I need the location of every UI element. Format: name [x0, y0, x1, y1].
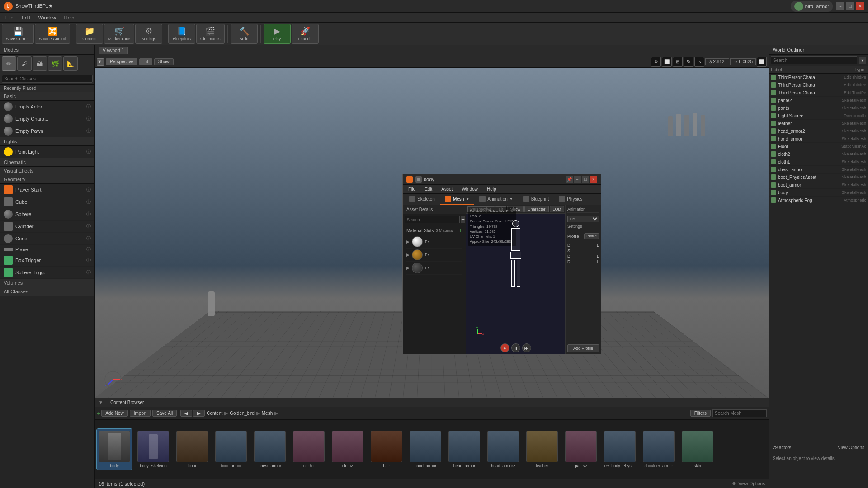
- outliner-row[interactable]: boot_PhysicsAsset SkeletalMesh: [769, 174, 868, 181]
- mode-foliage[interactable]: 🌿: [48, 56, 62, 71]
- outliner-search-input[interactable]: [771, 56, 857, 64]
- player-start-info[interactable]: ⓘ: [86, 187, 91, 193]
- category-geometry[interactable]: Geometry: [0, 175, 94, 184]
- blueprints-button[interactable]: 📘 Blueprints: [168, 24, 195, 44]
- category-volumes[interactable]: Volumes: [0, 279, 94, 287]
- mode-geometry[interactable]: 📐: [63, 56, 78, 71]
- tab-skeleton[interactable]: Skeleton: [405, 194, 439, 205]
- mode-paint[interactable]: 🖌: [17, 56, 32, 71]
- outliner-row[interactable]: leather SkeletalMesh: [769, 120, 868, 127]
- scale-snap-icon[interactable]: ⤡: [694, 57, 704, 67]
- menu-edit[interactable]: Edit: [18, 14, 34, 21]
- body-menu-edit[interactable]: Edit: [421, 186, 436, 192]
- asset-shoulder-armor[interactable]: shoulder_armor: [641, 429, 676, 470]
- add-new-button[interactable]: Add New: [101, 410, 128, 417]
- minimize-button[interactable]: −: [836, 2, 844, 10]
- list-item[interactable]: Cube ⓘ: [0, 196, 94, 208]
- outliner-filter-button[interactable]: ▼: [859, 57, 866, 64]
- category-basic[interactable]: Basic: [0, 92, 94, 101]
- plane-info[interactable]: ⓘ: [86, 246, 91, 253]
- asset-head-armor[interactable]: head_armor: [447, 429, 482, 470]
- viewport-tab[interactable]: Viewport 1: [99, 47, 128, 54]
- outliner-row[interactable]: cloth1 SkeletalMesh: [769, 158, 868, 166]
- asset-search-input[interactable]: [405, 216, 460, 223]
- empty-actor-info[interactable]: ⓘ: [86, 103, 91, 110]
- mode-place[interactable]: ✏: [2, 56, 16, 71]
- outliner-row[interactable]: hand_armor SkeletalMesh: [769, 135, 868, 143]
- path-golden-bird[interactable]: Golden_bird: [230, 411, 254, 416]
- empty-pawn-info[interactable]: ⓘ: [86, 128, 91, 134]
- source-control-button[interactable]: 🔀 Source Control: [35, 24, 70, 44]
- category-cinematic[interactable]: Cinematic: [0, 158, 94, 167]
- bv-character-button[interactable]: Character: [524, 206, 549, 212]
- body-menu-asset[interactable]: Asset: [438, 186, 456, 192]
- skip-button[interactable]: ⏭: [522, 343, 531, 352]
- body-maximize-button[interactable]: □: [582, 176, 589, 183]
- animation-dropdown[interactable]: De: [567, 216, 599, 222]
- cylinder-info[interactable]: ⓘ: [86, 223, 91, 230]
- view-options-link[interactable]: View Options: [838, 445, 864, 450]
- category-lights[interactable]: Lights: [0, 137, 94, 146]
- perspective-button[interactable]: Perspective: [106, 58, 137, 65]
- outliner-row[interactable]: boot_armor SkeletalMesh: [769, 181, 868, 189]
- content-button[interactable]: 📁 Content: [76, 24, 103, 44]
- list-item[interactable]: Empty Actor ⓘ: [0, 101, 94, 113]
- cube-info[interactable]: ⓘ: [86, 199, 91, 205]
- asset-chest-armor[interactable]: chest_armor: [252, 429, 288, 470]
- body-menu-file[interactable]: File: [405, 186, 419, 192]
- asset-pa-body[interactable]: PA_body_PhysicsAsset: [602, 429, 637, 470]
- point-light-info[interactable]: ⓘ: [86, 149, 91, 155]
- outliner-row[interactable]: ThirdPersonChara Edit ThirdPe: [769, 74, 868, 81]
- bv-lod-button[interactable]: LOD: [550, 206, 565, 212]
- cone-info[interactable]: ⓘ: [86, 235, 91, 242]
- marketplace-button[interactable]: 🛒 Marketplace: [104, 24, 134, 44]
- menu-file[interactable]: File: [2, 14, 17, 21]
- category-all-classes[interactable]: All Classes: [0, 287, 94, 296]
- outliner-row[interactable]: chest_armor SkeletalMesh: [769, 166, 868, 174]
- empty-char-info[interactable]: ⓘ: [86, 116, 91, 122]
- sphere-info[interactable]: ⓘ: [86, 211, 91, 217]
- forward-button[interactable]: ▶: [193, 410, 205, 417]
- maximize-button[interactable]: □: [846, 2, 854, 10]
- asset-head-armor2[interactable]: head_armor2: [486, 429, 521, 470]
- list-item[interactable]: Player Start ⓘ: [0, 184, 94, 196]
- mesh-tab-dropdown[interactable]: ▼: [466, 197, 469, 201]
- outliner-row[interactable]: pants SkeletalMesh: [769, 104, 868, 112]
- import-button[interactable]: Import: [130, 410, 151, 417]
- outliner-row[interactable]: Atmospheric Fog Atmospheric: [769, 197, 868, 204]
- outliner-row[interactable]: body SkeletalMesh: [769, 189, 868, 197]
- save-all-button[interactable]: Save All: [152, 410, 177, 417]
- view-options-button[interactable]: View Options: [738, 481, 765, 486]
- lit-button[interactable]: Lit: [139, 58, 152, 65]
- asset-skirt[interactable]: skirt: [680, 429, 715, 470]
- search-mesh-input[interactable]: [712, 409, 767, 417]
- asset-pants2[interactable]: pants2: [563, 429, 599, 470]
- tab-mesh[interactable]: Mesh ▼: [440, 194, 474, 205]
- build-button[interactable]: 🔨 Build: [231, 24, 258, 44]
- body-menu-help[interactable]: Help: [483, 186, 500, 192]
- cinematics-button[interactable]: 🎬 Cinematics: [196, 24, 225, 44]
- save-current-button[interactable]: 💾 Save Current: [2, 24, 34, 44]
- add-material-button[interactable]: +: [459, 227, 462, 234]
- camera-speed-icon[interactable]: ⚙: [651, 57, 661, 67]
- content-browser-tab[interactable]: Content Browser: [107, 399, 147, 406]
- path-mesh[interactable]: Mesh: [262, 411, 273, 416]
- viewport-mode-icon[interactable]: ⬜: [662, 57, 672, 67]
- animation-tab-dropdown[interactable]: ▼: [509, 197, 513, 201]
- body-minimize-button[interactable]: −: [574, 176, 581, 183]
- list-item[interactable]: Sphere Trigg... ⓘ: [0, 267, 94, 279]
- outliner-row[interactable]: Light Source DirectionalLi: [769, 112, 868, 120]
- mode-landscape[interactable]: 🏔: [33, 56, 47, 71]
- asset-cloth2[interactable]: cloth2: [330, 429, 365, 470]
- asset-leather[interactable]: leather: [524, 429, 560, 470]
- list-item[interactable]: Empty Chara... ⓘ: [0, 113, 94, 125]
- asset-view-toggle[interactable]: ☰: [461, 216, 465, 223]
- viewport-menu-button[interactable]: ▼: [97, 58, 104, 66]
- category-visual-effects[interactable]: Visual Effects: [0, 167, 94, 175]
- profile-button[interactable]: Profile: [584, 233, 599, 239]
- settings-button[interactable]: ⚙ Settings: [135, 24, 162, 44]
- sphere-trigger-info[interactable]: ⓘ: [86, 269, 91, 276]
- asset-hand-armor[interactable]: hand_armor: [408, 429, 443, 470]
- outliner-row[interactable]: ThirdPersonChara Edit ThirdPe: [769, 81, 868, 89]
- asset-boot-armor[interactable]: boot_armor: [213, 429, 249, 470]
